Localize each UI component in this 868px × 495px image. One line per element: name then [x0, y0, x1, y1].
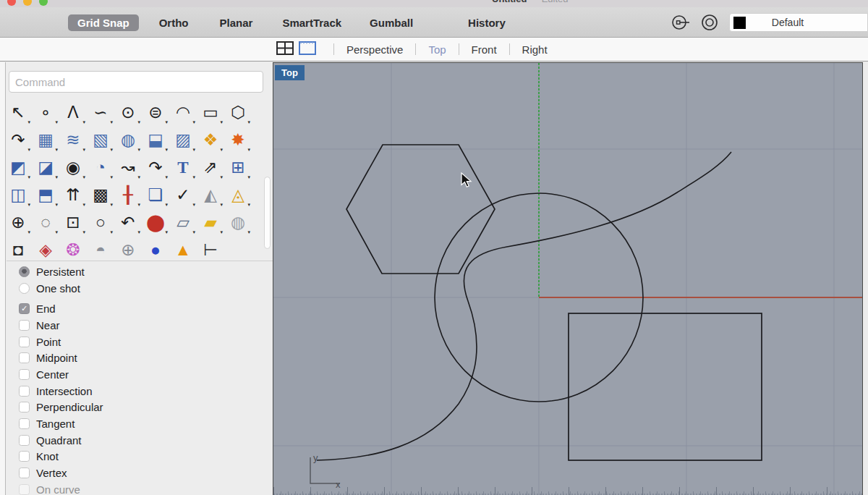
tool-icon-row: ⊕▾◌▾⊡▾○▾↶▾⬤▾▱▾▰▾◍▾: [4, 208, 259, 236]
tool-plugins-puzzle-icon[interactable]: ❖▾: [197, 126, 224, 153]
tool-flow-along-curve-icon[interactable]: ❏▾: [142, 181, 169, 208]
viewport-title-badge[interactable]: Top: [275, 65, 305, 80]
tool-zoom-extents-icon[interactable]: ⊡▾: [59, 208, 87, 236]
viewport-drawing[interactable]: yx: [273, 63, 862, 495]
checkbox-midpoint[interactable]: [19, 352, 30, 363]
tool-spotlight-cone-icon[interactable]: ▲: [169, 236, 197, 263]
tool-copy-icon[interactable]: ⊞▾: [224, 153, 252, 181]
tool-boolean-union-icon[interactable]: ◉▾: [59, 153, 87, 181]
tool-dimension-icon[interactable]: ⊢: [197, 236, 224, 263]
tool-surface-from-points-icon[interactable]: ▦▾: [32, 126, 59, 153]
dropdown-arrow-icon: ▾: [82, 202, 85, 207]
tool-lock-icon[interactable]: ◘: [4, 236, 32, 263]
tool-car-model-icon[interactable]: ⬤▾: [142, 208, 169, 236]
toolbar-item-gumball[interactable]: Gumball: [365, 14, 417, 31]
close-window-button[interactable]: [7, 0, 16, 6]
viewport-tab-front[interactable]: Front: [472, 43, 497, 56]
tool-polygon-icon[interactable]: ⬡▾: [224, 98, 252, 126]
tool-select-icon[interactable]: ↖▾: [4, 98, 32, 126]
tool-render-blue-sphere-icon[interactable]: ●: [142, 236, 169, 263]
tool-boolean-difference-icon[interactable]: ◔▾: [87, 153, 114, 181]
minimize-window-button[interactable]: [23, 0, 32, 6]
checkbox-tangent[interactable]: [19, 418, 30, 429]
tool-arc-icon[interactable]: ◠▾: [169, 98, 197, 126]
tool-fillet-corner-icon[interactable]: ↷▾: [4, 126, 32, 153]
checkbox-near[interactable]: [19, 320, 30, 331]
tool-extrude-icon[interactable]: ⇈▾: [59, 181, 87, 208]
checkbox-vertex[interactable]: [19, 468, 30, 478]
tool-zoom-lens-icon[interactable]: ○▾: [87, 208, 114, 236]
tool-revolve-surface-icon[interactable]: ⬓▾: [142, 126, 169, 153]
layer-name: Default: [730, 17, 846, 28]
checkbox-perpendicular[interactable]: [19, 402, 30, 412]
tool-circle-icon[interactable]: ⊙▾: [114, 98, 142, 126]
viewport-canvas[interactable]: yx Top: [273, 62, 863, 495]
sidebar-scrollbar[interactable]: [264, 177, 271, 249]
tool-badge-shield-icon[interactable]: ◈: [32, 236, 59, 263]
viewport-tab-top[interactable]: Top: [428, 43, 446, 56]
tool-lights-icon[interactable]: ◍▾: [224, 208, 252, 236]
tool-icon-row: ◫▾⬒▾⇈▾▩▾╂▾❏▾✓▾◭▾◬▾: [4, 181, 259, 208]
checkbox-on-curve[interactable]: [19, 484, 30, 495]
tool-move-icon[interactable]: ⇗▾: [197, 153, 224, 181]
tool-solid-primitives-icon[interactable]: ◭▾: [197, 181, 224, 208]
radio-persistent[interactable]: [19, 266, 30, 277]
checkbox-center[interactable]: [19, 369, 30, 380]
tool-control-point-curve-icon[interactable]: ∽▾: [87, 98, 114, 126]
tool-sphere-icon[interactable]: ◍▾: [114, 126, 142, 153]
tool-point-icon[interactable]: ∘▾: [32, 98, 59, 126]
toolbar-item-ortho[interactable]: Ortho: [155, 14, 193, 31]
viewport-tab-right[interactable]: Right: [522, 43, 548, 56]
layer-selector[interactable]: Default: [729, 13, 868, 32]
tool-undo-view-icon[interactable]: ↶▾: [114, 208, 142, 236]
four-pane-layout-icon[interactable]: [276, 41, 294, 58]
tool-box-icon[interactable]: ▧▾: [87, 126, 114, 153]
osnap-checkbox-row-tangent: Tangent: [19, 415, 258, 432]
viewport-tab-perspective[interactable]: Perspective: [346, 43, 403, 56]
tool-zoom-window-icon[interactable]: ◌▾: [32, 208, 59, 236]
checkbox-knot[interactable]: [19, 451, 30, 462]
tool-zoom-in-icon[interactable]: ⊕▾: [4, 208, 32, 236]
tool-check-select-icon[interactable]: ✓▾: [169, 181, 197, 208]
toolbar-item-planar[interactable]: Planar: [216, 14, 258, 31]
checkbox-point[interactable]: [19, 337, 30, 347]
record-history-icon[interactable]: [671, 13, 690, 32]
tool-render-sphere-icon[interactable]: ◓: [87, 236, 114, 263]
toolbar-item-history[interactable]: History: [464, 14, 510, 31]
tool-text-object-icon[interactable]: T▾: [169, 153, 197, 181]
dropdown-arrow-icon: ▾: [220, 202, 223, 207]
tool-rectangular-array-icon[interactable]: ▩▾: [87, 181, 114, 208]
toolbar-item-smarttrack[interactable]: SmartTrack: [278, 14, 346, 31]
tool-blend-curve-icon[interactable]: ↝▾: [114, 153, 142, 181]
dropdown-arrow-icon: ▾: [247, 174, 250, 179]
single-pane-layout-icon[interactable]: [299, 41, 316, 58]
tool-ellipse-icon[interactable]: ⊜▾: [142, 98, 169, 126]
tool-loft-surface-icon[interactable]: ≋▾: [59, 126, 87, 153]
tool-color-wheel-icon[interactable]: ❂: [59, 236, 87, 263]
tool-solid-edit-icon[interactable]: ⬒▾: [32, 181, 59, 208]
tool-group-objects-icon[interactable]: ▰▾: [197, 208, 224, 236]
tool-rectangle-icon[interactable]: ▭▾: [197, 98, 224, 126]
tool-distribute-icon[interactable]: ╂▾: [114, 181, 142, 208]
tool-wireframe-sphere-icon[interactable]: ⊕: [114, 236, 142, 263]
tool-adjust-curve-icon[interactable]: ↷▾: [142, 153, 169, 181]
tool-curve-through-points-icon[interactable]: Λ▾: [59, 98, 87, 126]
tool-pyramid-icon[interactable]: ◬▾: [224, 181, 252, 208]
dropdown-arrow-icon: ▾: [137, 202, 140, 207]
tool-explode-icon[interactable]: ✸▾: [224, 126, 252, 153]
dropdown-arrow-icon: ▾: [165, 229, 168, 234]
tool-orient-icon[interactable]: ◫▾: [4, 181, 32, 208]
toolbar-item-grid-snap[interactable]: Grid Snap: [68, 14, 139, 31]
viewport-tabbar: PerspectiveTopFrontRight: [0, 38, 868, 62]
tool-split-icon[interactable]: ◪▾: [32, 153, 59, 181]
tool-layout-plan-icon[interactable]: ▱▾: [169, 208, 197, 236]
command-input[interactable]: [9, 71, 263, 93]
radio-one-shot[interactable]: [19, 283, 30, 294]
tool-patch-surface-icon[interactable]: ▨▾: [169, 126, 197, 153]
checkbox-end[interactable]: ✓: [19, 303, 30, 314]
tool-trim-icon[interactable]: ◩▾: [4, 153, 32, 181]
target-circles-icon[interactable]: [700, 13, 719, 32]
zoom-window-button[interactable]: [39, 0, 48, 6]
checkbox-quadrant[interactable]: [19, 435, 30, 446]
checkbox-intersection[interactable]: [19, 386, 30, 397]
